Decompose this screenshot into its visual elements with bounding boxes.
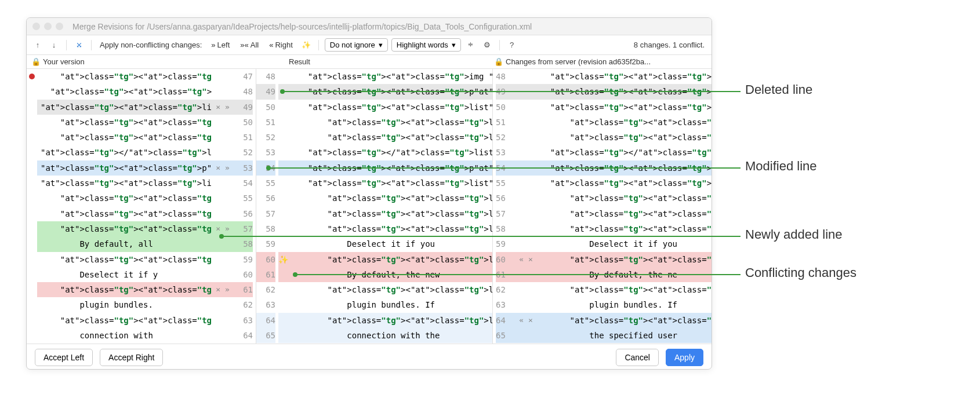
apply-reject-action[interactable]: « ×: [515, 252, 537, 267]
apply-button[interactable]: Apply: [666, 349, 703, 366]
next-change-icon[interactable]: ↓: [48, 39, 60, 52]
code-line[interactable]: "at">class="tg"><"at">class="tg">li"at">…: [295, 221, 492, 236]
connector-cell: [278, 328, 295, 343]
code-line[interactable]: "at">class="tg"><"at">class="tg">li"at">…: [37, 206, 212, 221]
code-line[interactable]: "at">class="tg"><"at">class="tg">li"at">…: [37, 313, 212, 328]
line-number: 62: [234, 297, 253, 312]
apply-reject-action[interactable]: × »: [212, 282, 234, 297]
code-line[interactable]: "at">class="tg"><"at">class="tg">li"at">…: [537, 130, 712, 145]
line-number: 53: [234, 160, 253, 176]
gutter-cell: [27, 100, 37, 115]
line-number: 63: [496, 297, 515, 312]
gutter-cell: [27, 328, 37, 343]
help-icon[interactable]: ?: [506, 39, 518, 52]
code-line[interactable]: "at">class="tg"><"at">class="tg">li"at">…: [295, 313, 492, 328]
code-line[interactable]: "at">class="tg"><"at">class="tg">li"at">…: [295, 191, 492, 206]
code-line[interactable]: "at">class="tg"><"at">class="tg">list"at…: [537, 100, 712, 115]
apply-all-button[interactable]: »«All: [237, 41, 262, 49]
code-line[interactable]: "at">class="tg"><"at">class="tg">li"at">…: [295, 252, 492, 267]
cancel-button[interactable]: Cancel: [616, 349, 659, 366]
line-number: 49: [234, 100, 253, 115]
code-line[interactable]: "at">class="tg"><"at">class="tg">li"at">…: [37, 191, 212, 206]
code-line[interactable]: "at">class="tg"><"at">class="tg">list"at…: [537, 176, 712, 191]
code-line[interactable]: By default, all: [37, 236, 212, 251]
gutter-cell: [27, 191, 37, 206]
code-line[interactable]: "at">class="tg"><"at">class="tg">li"at">…: [537, 191, 712, 206]
code-line[interactable]: connection with: [37, 328, 212, 343]
code-line[interactable]: "at">class="tg"></"at">class="tg">list"a…: [295, 145, 492, 160]
gutter-cell: [27, 267, 37, 282]
line-number: 56: [234, 206, 253, 221]
apply-reject-action: [515, 191, 537, 206]
code-line[interactable]: "at">class="tg"><"at">class="tg">li"at">…: [295, 130, 492, 145]
code-line[interactable]: plugin bundles.: [37, 297, 212, 312]
code-line[interactable]: the specified user: [537, 328, 712, 343]
code-line[interactable]: "at">class="tg"><"at">class="tg">p"at">c…: [37, 160, 212, 176]
apply-reject-action[interactable]: × »: [212, 100, 234, 115]
titlebar: Merge Revisions for /Users/anna.gasparya…: [27, 18, 712, 35]
code-line[interactable]: "at">class="tg"><"at">class="tg">tab "at…: [37, 69, 212, 84]
apply-reject-action: [515, 328, 537, 343]
close-icon[interactable]: [32, 23, 40, 30]
code-line[interactable]: "at">class="tg"></"at">class="tg">list"a…: [37, 145, 212, 160]
accept-left-button[interactable]: Accept Left: [35, 349, 93, 366]
prev-change-icon[interactable]: ↑: [31, 39, 44, 52]
code-line[interactable]: "at">class="tg"><"at">class="tg">li"at">…: [37, 115, 212, 130]
chevron-down-icon: ▾: [379, 41, 383, 49]
maximize-icon[interactable]: [56, 23, 63, 30]
your-version-label: Your version: [43, 57, 85, 66]
connector-cell: [278, 297, 295, 312]
code-line[interactable]: "at">class="tg"><"at">class="tg">li"at">…: [295, 282, 492, 297]
sync-scroll-icon[interactable]: ⫩: [464, 39, 477, 52]
code-line[interactable]: "at">class="tg"><"at">class="tg">li"at">…: [37, 282, 212, 297]
minimize-icon[interactable]: [44, 23, 52, 30]
compare-arrows-icon[interactable]: ⤩: [72, 39, 85, 52]
settings-icon[interactable]: ⚙: [481, 39, 493, 52]
code-line[interactable]: "at">class="tg"><"at">class="tg">li"at">…: [37, 252, 212, 267]
line-number: 50: [256, 100, 275, 115]
code-line[interactable]: "at">class="tg"><"at">class="tg">li"at">…: [295, 115, 492, 130]
code-line[interactable]: "at">class="tg"><"at">class="tg">li"at">…: [537, 221, 712, 236]
code-line[interactable]: "at">class="tg"><"at">class="tg">li"at">…: [537, 206, 712, 221]
apply-reject-action: [515, 145, 537, 160]
apply-reject-action: [212, 297, 234, 312]
code-line[interactable]: "at">class="tg"><"at">class="tg">li"at">…: [295, 206, 492, 221]
code-line[interactable]: Deselect it if you: [537, 236, 712, 251]
code-line[interactable]: plugin bundles. If: [537, 297, 712, 312]
code-line[interactable]: "at">class="tg"><"at">class="tg">img "at…: [37, 84, 212, 99]
apply-left-button[interactable]: »Left: [208, 41, 233, 49]
accept-right-button[interactable]: Accept Right: [100, 349, 163, 366]
code-line[interactable]: "at">class="tg"><"at">class="tg">list"at…: [37, 100, 212, 115]
code-line[interactable]: "at">class="tg"><"at">class="tg">li"at">…: [537, 252, 712, 267]
ignore-combo[interactable]: Do not ignore ▾: [325, 38, 388, 52]
code-line[interactable]: "at">class="tg"><"at">class="tg">list"at…: [37, 176, 212, 191]
apply-reject-action[interactable]: × »: [212, 160, 234, 176]
code-line[interactable]: "at">class="tg"><"at">class="tg">li"at">…: [37, 130, 212, 145]
code-line[interactable]: "at">class="tg"><"at">class="tg">li"at">…: [537, 313, 712, 328]
apply-right-button[interactable]: «Right: [266, 41, 296, 49]
line-number: 58: [256, 221, 275, 236]
highlight-combo[interactable]: Highlight words ▾: [391, 38, 461, 52]
line-number: 50: [234, 115, 253, 130]
apply-reject-action: [515, 206, 537, 221]
apply-reject-action[interactable]: « ×: [515, 313, 537, 328]
callout-line: [295, 274, 741, 275]
apply-reject-action: [212, 69, 234, 84]
code-line[interactable]: plugin bundles. If: [295, 297, 492, 312]
line-number: 65: [256, 328, 275, 343]
code-line[interactable]: "at">class="tg"><"at">class="tg">li"at">…: [537, 115, 712, 130]
code-line[interactable]: Deselect it if you: [295, 236, 492, 251]
code-line[interactable]: "at">class="tg"><"at">class="tg">li"at">…: [537, 282, 712, 297]
code-line[interactable]: Deselect it if y: [37, 267, 212, 282]
code-line[interactable]: connection with the: [295, 328, 492, 343]
code-line[interactable]: "at">class="tg"><"at">class="tg">list"at…: [295, 176, 492, 191]
magic-resolve-icon[interactable]: ✨: [278, 252, 295, 267]
window-controls: [32, 23, 63, 30]
magic-resolve-icon[interactable]: ✨: [300, 39, 313, 52]
code-line[interactable]: "at">class="tg"><"at">class="tg">img "at…: [295, 69, 492, 84]
code-line[interactable]: "at">class="tg"></"at">class="tg">list"a…: [537, 145, 712, 160]
code-line[interactable]: "at">class="tg"><"at">class="tg">img "at…: [537, 69, 712, 84]
line-number: 56: [496, 191, 515, 206]
code-line[interactable]: "at">class="tg"><"at">class="tg">li"at">…: [37, 221, 212, 236]
code-line[interactable]: "at">class="tg"><"at">class="tg">list"at…: [295, 100, 492, 115]
